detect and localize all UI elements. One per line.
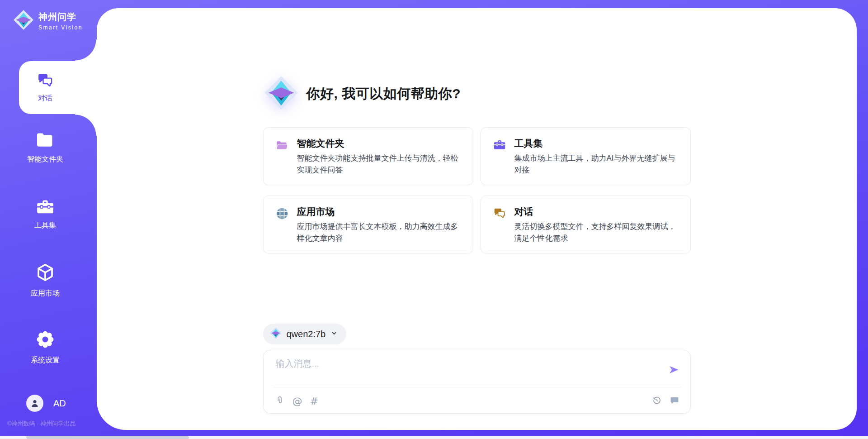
sidebar-item-label: 应用市场: [31, 289, 60, 298]
message-composer: @ #: [263, 350, 691, 414]
toolbox-icon: [36, 199, 55, 216]
sidebar-item-settings[interactable]: 系统设置: [0, 329, 90, 365]
horizontal-scrollbar-thumb[interactable]: [26, 436, 189, 439]
open-folder-icon: [276, 139, 288, 176]
card-title: 对话: [514, 206, 678, 217]
folder-icon: [36, 132, 55, 150]
copyright-text: ©神州数码 · 神州问学出品: [7, 420, 98, 428]
composer-toolbar: @ #: [275, 395, 679, 407]
brand-logo: 神州问学 Smart Vision: [13, 9, 83, 33]
card-description: 集成市场上主流工具，助力AI与外界无缝扩展与对接: [514, 153, 678, 176]
grid-sphere-icon: [276, 207, 288, 244]
sidebar-item-label: 智能文件夹: [27, 155, 63, 164]
at-icon: @: [292, 396, 302, 406]
sidebar-item-app-market[interactable]: 应用市场: [0, 262, 90, 298]
sidebar-item-smart-folder[interactable]: 智能文件夹: [0, 132, 90, 164]
conversation-button[interactable]: [670, 396, 679, 407]
assistant-diamond-icon: [263, 75, 299, 113]
horizontal-scrollbar: [0, 436, 868, 439]
history-button[interactable]: [652, 396, 662, 407]
brand-subtitle: Smart Vision: [38, 24, 83, 31]
model-selector[interactable]: qwen2:7b: [263, 324, 347, 344]
card-smart-folder[interactable]: 智能文件夹 智能文件夹功能支持批量文件上传与清洗，轻松实现文件问答: [263, 127, 473, 185]
toolbox-icon: [493, 139, 506, 176]
card-title: 智能文件夹: [297, 138, 461, 149]
card-description: 智能文件夹功能支持批量文件上传与清洗，轻松实现文件问答: [297, 153, 461, 176]
chat-icon: [37, 72, 54, 90]
chat-icon: [493, 207, 506, 244]
card-toolset[interactable]: 工具集 集成市场上主流工具，助力AI与外界无缝扩展与对接: [481, 127, 691, 185]
model-diamond-icon: [269, 327, 282, 342]
card-app-market[interactable]: 应用市场 应用市场提供丰富长文本模板，助力高效生成多样化文章内容: [263, 196, 473, 253]
sidebar-item-label: 系统设置: [31, 356, 60, 365]
attach-file-button[interactable]: [275, 395, 285, 407]
chat-bubble-icon: [670, 396, 679, 407]
composer-divider: [273, 387, 681, 387]
topic-button[interactable]: #: [310, 396, 318, 406]
sidebar-item-toolset[interactable]: 工具集: [0, 199, 90, 230]
gear-icon: [35, 329, 55, 351]
card-description: 应用市场提供丰富长文本模板，助力高效生成多样化文章内容: [297, 221, 461, 244]
model-name: qwen2:7b: [287, 329, 326, 339]
send-button[interactable]: [666, 362, 681, 379]
feature-cards: 智能文件夹 智能文件夹功能支持批量文件上传与清洗，轻松实现文件问答 工具集: [263, 127, 691, 253]
chevron-down-icon: [330, 329, 338, 339]
user-initials: AD: [53, 398, 66, 409]
message-input[interactable]: [276, 358, 654, 384]
card-description: 灵活切换多模型文件，支持多样回复效果调试，满足个性化需求: [514, 221, 678, 244]
card-chat[interactable]: 对话 灵活切换多模型文件，支持多样回复效果调试，满足个性化需求: [481, 196, 691, 253]
sidebar-item-label: 工具集: [34, 221, 56, 230]
greeting: 你好, 我可以如何帮助你?: [263, 75, 691, 113]
greeting-text: 你好, 我可以如何帮助你?: [307, 85, 461, 103]
sidebar-item-label: 对话: [38, 94, 52, 103]
hash-icon: #: [310, 396, 318, 406]
send-icon: [668, 370, 679, 377]
sidebar-item-chat[interactable]: 对话: [19, 61, 97, 114]
brand-name: 神州问学: [38, 11, 83, 23]
mention-button[interactable]: @: [292, 396, 302, 406]
user-profile[interactable]: AD: [26, 395, 66, 412]
cube-icon: [35, 262, 55, 284]
paperclip-icon: [275, 395, 285, 407]
main-panel: 你好, 我可以如何帮助你? 智能文件夹 智能文件夹功能支持批量文件上传与清洗，轻…: [97, 8, 857, 430]
card-title: 工具集: [514, 138, 678, 149]
history-icon: [652, 396, 662, 407]
sidebar: 神州问学 Smart Vision 对话 智能文件夹: [0, 0, 97, 439]
brand-diamond-icon: [13, 9, 34, 33]
card-title: 应用市场: [297, 206, 461, 217]
avatar: [26, 395, 43, 412]
